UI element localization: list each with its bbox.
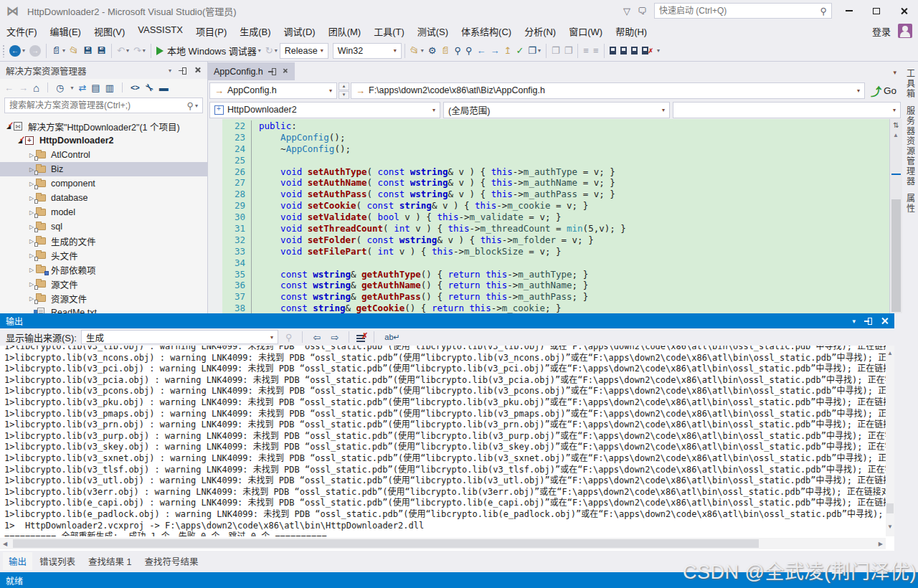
tree-item--[interactable]: ▷外部依赖项 <box>0 262 207 277</box>
scroll-up-icon[interactable]: ▲ <box>887 350 893 356</box>
solution-search-box[interactable]: ⚲ ▾ <box>4 98 203 113</box>
navigate-back-button[interactable]: ←▾ <box>7 42 27 60</box>
open-file-button[interactable]: 📂︎ <box>67 42 81 60</box>
menu-item[interactable]: 体系结构(C) <box>455 22 518 41</box>
save-button[interactable]: 💾︎ <box>81 42 95 60</box>
tree-item--[interactable]: ▷生成的文件 <box>0 234 207 248</box>
scroll-up-icon[interactable]: ▲ <box>893 132 899 138</box>
output-log[interactable]: 1>libcrypto.lib(v3_lib.obj) : warning LN… <box>0 346 886 536</box>
va-file-path-combo[interactable]: → F:\apps\down2\code\x86\atl\Biz\AppConf… <box>351 82 865 99</box>
tree-item-atlcontrol[interactable]: ▷AtlControl <box>0 148 207 162</box>
tree-item-readme-txt[interactable]: ReadMe.txt <box>0 305 207 313</box>
platform-combo[interactable]: Win32▾ <box>333 43 402 59</box>
tree-item--httpdownloader2-1-[interactable]: ◢⋈✓解决方案"HttpDownloader2"(1 个项目) <box>0 119 207 133</box>
search-options-chevron-icon[interactable]: ▾ <box>195 103 198 109</box>
se-forward-icon[interactable]: → <box>19 83 28 93</box>
menu-item[interactable]: 项目(P) <box>189 22 233 41</box>
previous-message-icon[interactable]: ⇦ <box>310 332 323 343</box>
previous-bookmark-button[interactable] <box>618 42 629 60</box>
tree-item-biz[interactable]: ▷Biz <box>0 162 207 176</box>
menu-item[interactable]: 生成(B) <box>233 22 277 41</box>
tree-item--[interactable]: ▷头文件 <box>0 248 207 262</box>
bottom-tab-输出[interactable]: 输出 <box>3 552 32 570</box>
next-bookmark-button[interactable] <box>629 42 640 60</box>
chevron-down-icon[interactable]: ▾ <box>270 334 273 341</box>
pin-icon[interactable] <box>179 67 186 75</box>
maximize-button[interactable] <box>866 3 886 19</box>
solution-explorer-header[interactable]: 解决方案资源管理器 ▾ <box>0 62 207 79</box>
menu-item[interactable]: 编辑(E) <box>44 22 87 41</box>
start-debug-button[interactable]: 本地 Windows 调试器 ▾ <box>154 42 263 60</box>
tree-item-sql[interactable]: ▷sql <box>0 219 207 234</box>
close-panel-icon[interactable] <box>194 67 202 75</box>
quick-launch-box[interactable]: ⚲ <box>654 3 832 19</box>
toggle-bookmark-button[interactable] <box>607 42 618 60</box>
feedback-bubble-icon[interactable]: 🗨︎ <box>638 6 647 16</box>
menu-item[interactable]: 测试(S) <box>411 22 455 41</box>
expander-collapsed-icon[interactable]: ▷ <box>27 267 36 273</box>
tree-item-model[interactable]: ▷model <box>0 205 207 219</box>
menu-item[interactable]: 分析(N) <box>518 22 562 41</box>
scroll-down-icon[interactable]: ▼ <box>887 523 893 530</box>
autohide-tab-工具箱[interactable]: 工具箱 <box>904 69 917 99</box>
menu-item[interactable]: 视图(V) <box>87 22 131 41</box>
indent-button[interactable]: ≡ <box>581 42 591 60</box>
window-position-menu-icon[interactable]: ▾ <box>169 67 171 74</box>
bottom-tab-错误列表[interactable]: 错误列表 <box>34 552 81 570</box>
va-nav-forward-button[interactable]: → <box>488 42 502 60</box>
editor-vertical-scrollbar[interactable]: ⇅ ▲ <box>889 119 902 313</box>
chevron-down-icon[interactable]: ▾ <box>329 87 332 94</box>
properties-wrench-icon[interactable]: 🔧︎ <box>145 83 154 93</box>
va-options-button[interactable]: ⚙︎ <box>426 42 439 60</box>
save-all-button[interactable]: 💾︎ <box>95 42 108 60</box>
new-file-button[interactable]: 📄︎▾ <box>49 42 67 60</box>
clear-bookmarks-button[interactable]: ✗ <box>640 42 656 60</box>
comment-button[interactable]: ❐ <box>549 42 562 60</box>
home-icon[interactable]: ⌂ <box>33 82 39 93</box>
pin-icon[interactable] <box>864 317 872 325</box>
open-corresponding-file-button[interactable]: 📄︎ <box>438 42 452 60</box>
va-symbol-spinner[interactable]: ▲▼ <box>339 82 349 99</box>
tree-item-component[interactable]: ▷component <box>0 176 207 191</box>
title-bar[interactable]: ⋈ HttpDownloader2 - Microsoft Visual Stu… <box>0 0 918 22</box>
sync-with-active-document-icon[interactable]: ⇄ <box>78 83 86 93</box>
properties-page-icon[interactable]: ▥ <box>105 83 114 93</box>
undo-button[interactable]: ↶▾ <box>115 42 131 60</box>
bottom-tab-查找结果-1[interactable]: 查找结果 1 <box>82 552 137 570</box>
tree-item--[interactable]: ▷资源文件 <box>0 291 207 305</box>
output-panel-header[interactable]: 输出 ▾ <box>0 313 894 328</box>
insert-snippet-button[interactable]: ↥ <box>502 42 514 60</box>
menu-item[interactable]: 团队(M) <box>322 22 368 41</box>
menu-item[interactable]: 文件(F) <box>0 22 44 41</box>
search-icon[interactable]: ⚲ <box>820 6 827 16</box>
tab-pin-icon[interactable] <box>268 67 276 75</box>
paste-history-button[interactable]: ❐▾ <box>526 42 543 60</box>
project-combo[interactable]: HttpDownloader2 ▾ <box>209 102 440 118</box>
tree-item-database[interactable]: ▷database <box>0 191 207 205</box>
next-message-icon[interactable]: ⇨ <box>328 332 341 343</box>
menu-item[interactable]: 工具(T) <box>367 22 411 41</box>
solution-search-input[interactable] <box>9 100 186 110</box>
tab-well-dropdown-icon[interactable]: ▾ <box>893 69 896 76</box>
feedback-filter-icon[interactable]: ▽ <box>623 6 630 16</box>
find-message-icon[interactable]: ⚲ <box>283 332 295 343</box>
chevron-down-icon[interactable]: ▾ <box>857 87 860 94</box>
chevron-down-icon[interactable]: ▾ <box>893 107 896 113</box>
splitter-grip-icon[interactable]: ⇅ <box>891 120 901 130</box>
minimize-button[interactable] <box>839 3 859 19</box>
member-combo[interactable]: ▾ <box>673 102 901 118</box>
navigate-forward-button[interactable]: → <box>27 42 43 60</box>
uncomment-button[interactable]: ❐ <box>562 42 575 60</box>
scope-combo[interactable]: (全局范围) ▾ <box>443 102 670 118</box>
find-references-button[interactable]: ⚲ <box>452 42 463 60</box>
output-source-combo[interactable]: 生成 ▾ <box>81 330 278 344</box>
document-tab-appconfig[interactable]: AppConfig.h <box>208 62 295 80</box>
toolbar-grip[interactable] <box>2 44 5 57</box>
bottom-tab-查找符号结果[interactable]: 查找符号结果 <box>138 552 204 570</box>
attach-refresh-button[interactable]: ↻▾ <box>263 42 280 60</box>
outdent-button[interactable]: ≡ <box>591 42 601 60</box>
scroll-left-icon[interactable]: ◀ <box>3 541 7 547</box>
va-go-button[interactable]: ⤴ Go <box>866 83 901 98</box>
user-avatar-icon[interactable] <box>898 24 912 38</box>
tree-item--[interactable]: ▷源文件 <box>0 277 207 291</box>
